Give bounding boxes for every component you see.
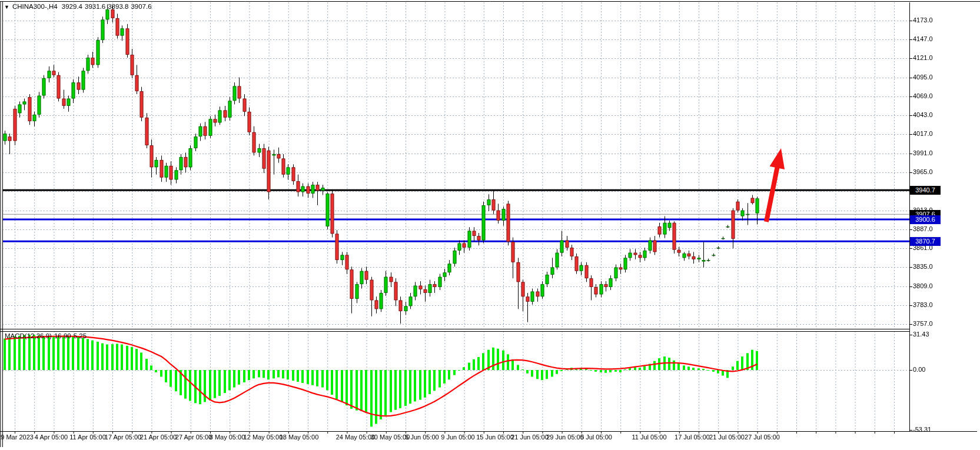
symbol-period-label: CHINA300-,H4	[12, 3, 58, 10]
chart-header: ▼CHINA300-,H4 3929.43931.63893.83907.6	[4, 3, 154, 10]
ohlc-high: 3931.6	[85, 3, 105, 10]
trading-chart-window: ▼CHINA300-,H4 3929.43931.63893.83907.6 M…	[0, 0, 980, 450]
price-tick-label: 4173.0	[913, 16, 933, 24]
price-tick-label: 4069.0	[913, 92, 933, 99]
price-tick-label: 4043.0	[913, 111, 933, 118]
price-tick-label: 4017.0	[913, 130, 933, 137]
price-tick-label: 3991.0	[913, 149, 933, 156]
time-tick-label: 18 May 05:00	[270, 434, 328, 441]
symbol-dropdown-icon[interactable]: ▼	[4, 4, 9, 10]
price-tick-label: 3835.0	[913, 263, 933, 270]
price-tick-label: 3809.0	[913, 282, 933, 289]
price-tick-label: 3965.0	[913, 168, 933, 175]
price-tick-label: 3757.0	[913, 320, 933, 327]
price-tick-label: 4121.0	[913, 54, 933, 61]
ohlc-close: 3907.6	[131, 3, 151, 10]
time-tick-label: 27 Jul 05:00	[733, 434, 792, 441]
macd-tick-label: 0.00	[913, 366, 925, 373]
macd-name: MACD(12,26,9)	[5, 332, 52, 339]
price-tick-label: 4147.0	[913, 35, 933, 42]
ohlc-open: 3929.4	[62, 3, 82, 10]
macd-tick-label: -53.31	[913, 426, 931, 433]
support2-price-badge: 3870.7	[910, 237, 941, 246]
time-tick-label: 5 Jul 05:00	[567, 434, 626, 441]
macd-indicator-label: MACD(12,26,9)16.905.25	[5, 332, 89, 339]
macd-tick-label: 31.43	[913, 331, 929, 338]
resistance-price-badge: 3940.7	[910, 186, 941, 195]
macd-value: 16.90	[54, 332, 71, 339]
support1-price-badge: 3900.6	[910, 215, 941, 224]
ohlc-low: 3893.8	[108, 3, 128, 10]
price-tick-label: 4095.0	[913, 74, 933, 81]
price-tick-label: 3783.0	[913, 301, 933, 308]
price-chart-canvas[interactable]	[0, 0, 980, 450]
price-tick-label: 3887.0	[913, 225, 933, 232]
macd-signal-value: 5.25	[74, 332, 87, 339]
